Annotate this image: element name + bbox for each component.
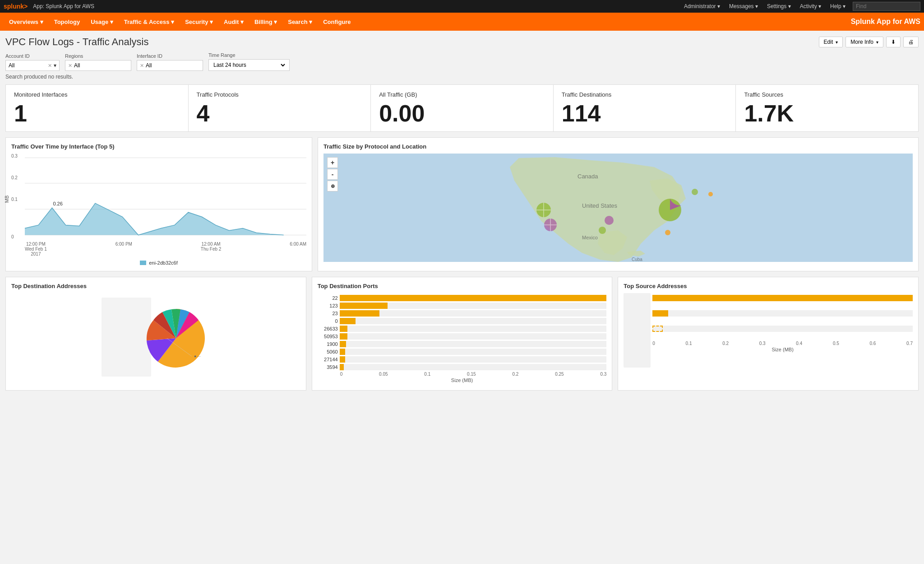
svg-marker-4: [25, 203, 306, 235]
kpi-monitored-interfaces: Monitored Interfaces 1: [6, 85, 189, 131]
regions-filter: Regions ✕: [65, 53, 131, 71]
bar-label-26633: 26633: [318, 326, 338, 331]
bar-row-23: 23: [318, 310, 607, 317]
regions-clear[interactable]: ✕: [68, 63, 72, 69]
filters-row: Account ID ✕ ▾ Regions ✕ Interface ID ✕ …: [5, 52, 919, 71]
splunk-logo: splunk>: [4, 3, 28, 10]
interface-id-label: Interface ID: [137, 53, 203, 59]
map-chart-title: Traffic Size by Protocol and Location: [323, 143, 913, 150]
messages-menu[interactable]: Messages ▾: [725, 2, 762, 10]
find-input[interactable]: [853, 2, 920, 11]
source-addresses-x-axis: 00.10.20.30.40.50.60.7: [652, 341, 913, 346]
svg-text:●: ●: [194, 354, 196, 359]
nav-usage[interactable]: Usage ▾: [85, 13, 119, 31]
bar-track-23: [340, 310, 607, 317]
bar-fill-0: [340, 318, 356, 324]
more-info-caret: ▾: [876, 40, 878, 45]
app-brand: Splunk App for AWS: [851, 18, 920, 26]
nav-configure[interactable]: Configure: [318, 13, 356, 31]
settings-menu[interactable]: Settings ▾: [763, 2, 795, 10]
nav-security[interactable]: Security ▾: [180, 13, 218, 31]
download-icon: ⬇: [891, 39, 896, 45]
nav-search[interactable]: Search ▾: [282, 13, 318, 31]
nav-audit[interactable]: Audit ▾: [218, 13, 249, 31]
bar-row-50953: 50953: [318, 333, 607, 340]
account-id-input-wrap: ✕ ▾: [5, 60, 60, 71]
bar-label-123: 123: [318, 303, 338, 308]
time-range-select[interactable]: Last 24 hours Last 7 days Last 30 days: [212, 61, 286, 69]
bar-row-0: 0: [318, 318, 607, 324]
dest-ports-bar-chart: 22 123 23 0: [318, 293, 607, 385]
print-button[interactable]: 🖨: [903, 37, 919, 47]
bar-label-27144: 27144: [318, 357, 338, 362]
download-button[interactable]: ⬇: [886, 37, 901, 47]
activity-menu[interactable]: Activity ▾: [796, 2, 825, 10]
edit-caret: ▾: [836, 40, 838, 45]
src-bar-track-0: [652, 295, 913, 301]
bar-track-50953: [340, 333, 607, 340]
pie-chart-svg: ● ···: [97, 293, 214, 383]
bar-fill-123: [340, 303, 388, 309]
kpi-traffic-protocols: Traffic Protocols 4: [189, 85, 371, 131]
bar-track-22: [340, 295, 607, 301]
svg-text:Canada: Canada: [578, 173, 598, 180]
time-range-filter: Time Range Last 24 hours Last 7 days Las…: [208, 52, 290, 71]
nav-traffic-access[interactable]: Traffic & Access ▾: [119, 13, 180, 31]
interface-id-input[interactable]: [146, 62, 200, 69]
source-addresses-bar-chart: 00.10.20.30.40.50.60.7 Size (MB): [652, 293, 913, 368]
line-chart-panel: Traffic Over Time by Interface (Top 5) 0…: [5, 137, 312, 271]
print-icon: 🖨: [908, 39, 914, 45]
dest-addresses-title: Top Destination Addresses: [11, 283, 300, 289]
kpi-label-4: Traffic Sources: [744, 91, 910, 98]
regions-input-wrap: ✕: [65, 60, 131, 71]
svg-rect-19: [102, 298, 151, 377]
map-zoom-in[interactable]: +: [327, 157, 338, 168]
kpi-value-3: 114: [562, 102, 728, 125]
map-svg: Canada United States Mexico Cuba: [323, 154, 913, 262]
account-id-input[interactable]: [9, 62, 46, 69]
src-bar-row-2: [652, 326, 913, 332]
nav-topology[interactable]: Topology: [49, 13, 86, 31]
interface-id-input-wrap: ✕: [137, 60, 203, 71]
kpi-traffic-destinations: Traffic Destinations 114: [554, 85, 736, 131]
svg-point-14: [599, 227, 606, 234]
bar-label-1900: 1900: [318, 341, 338, 347]
line-chart-title: Traffic Over Time by Interface (Top 5): [11, 143, 306, 150]
src-bar-row-1: [652, 310, 913, 317]
account-id-dropdown[interactable]: ▾: [54, 62, 56, 69]
bar-track-0: [340, 318, 607, 324]
kpi-label-2: All Traffic (GB): [379, 91, 545, 98]
account-id-clear[interactable]: ✕: [48, 63, 52, 69]
no-results-msg: Search produced no results.: [5, 74, 919, 80]
nav-billing[interactable]: Billing ▾: [249, 13, 282, 31]
map-zoom-out[interactable]: -: [327, 169, 338, 180]
line-chart-svg: 0.26: [25, 154, 306, 239]
bar-fill-22: [340, 295, 607, 301]
bar-label-50953: 50953: [318, 334, 338, 339]
dest-ports-title: Top Destination Ports: [318, 283, 607, 289]
more-info-button[interactable]: More Info ▾: [845, 37, 883, 47]
bar-track-27144: [340, 356, 607, 363]
app-title-label: App: Splunk App for AWS: [33, 3, 94, 9]
nav-overviews[interactable]: Overviews ▾: [4, 13, 49, 31]
interface-id-clear[interactable]: ✕: [140, 63, 144, 69]
help-menu[interactable]: Help ▾: [827, 2, 849, 10]
bar-label-5060: 5060: [318, 349, 338, 354]
svg-text:United States: United States: [582, 202, 618, 209]
dest-ports-x-axis: 00.050.10.150.20.250.3: [318, 372, 607, 377]
admin-menu[interactable]: Administrator ▾: [680, 2, 724, 10]
bar-fill-26633: [340, 326, 348, 332]
edit-button[interactable]: Edit ▾: [819, 37, 843, 47]
kpi-value-1: 4: [197, 102, 363, 125]
bar-label-3594: 3594: [318, 364, 338, 370]
kpi-value-0: 1: [14, 102, 180, 125]
legend-label-0: eni-2db32c6f: [149, 260, 178, 266]
svg-text:0.26: 0.26: [53, 201, 63, 206]
bar-row-26633: 26633: [318, 326, 607, 332]
bar-row-123: 123: [318, 303, 607, 309]
regions-input[interactable]: [74, 62, 128, 69]
map-locate[interactable]: ⊕: [327, 181, 338, 191]
sys-nav-right: Administrator ▾ Messages ▾ Settings ▾ Ac…: [680, 2, 849, 10]
map-chart-panel: Traffic Size by Protocol and Location + …: [318, 137, 919, 271]
bar-fill-50953: [340, 333, 348, 340]
